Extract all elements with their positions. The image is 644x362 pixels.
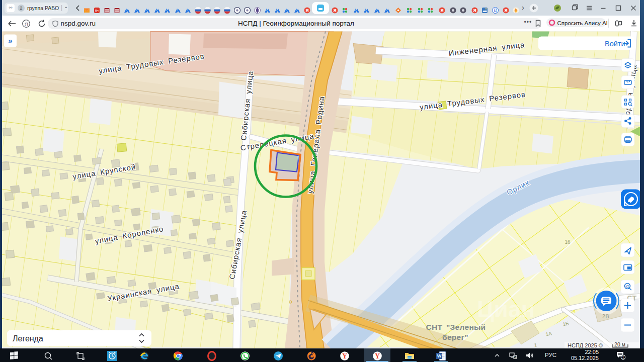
svg-text:Я: Я bbox=[504, 8, 507, 13]
svg-text:Y: Y bbox=[375, 352, 380, 360]
svg-text:1Б: 1Б bbox=[562, 320, 569, 327]
svg-text:СНТ "Зеленый: СНТ "Зеленый bbox=[426, 322, 486, 331]
svg-text:Я: Я bbox=[305, 8, 308, 13]
svg-text:Циан: Циан bbox=[477, 296, 535, 322]
svg-text:берег": берег" bbox=[442, 332, 468, 341]
svg-text:1А: 1А bbox=[545, 330, 552, 337]
svg-text:20 м: 20 м bbox=[614, 341, 625, 347]
svg-text:»: » bbox=[8, 36, 12, 45]
svg-text:Войти: Войти bbox=[605, 39, 625, 47]
svg-text:Я: Я bbox=[473, 8, 476, 13]
svg-text:Вч: Вч bbox=[95, 9, 99, 12]
svg-text:Я: Я bbox=[333, 8, 336, 13]
svg-text:Рус: Рус bbox=[513, 356, 517, 358]
svg-text:W: W bbox=[437, 353, 442, 358]
svg-text:Я: Я bbox=[440, 8, 443, 13]
svg-text:Легенда: Легенда bbox=[13, 334, 43, 342]
svg-text:НСПД 2025 ©: НСПД 2025 © bbox=[568, 342, 603, 348]
svg-text:16: 16 bbox=[565, 239, 571, 244]
svg-text:Я: Я bbox=[25, 21, 28, 27]
svg-text:@: @ bbox=[625, 284, 629, 289]
svg-text:1: 1 bbox=[622, 355, 624, 359]
svg-text:Ц: Ц bbox=[494, 8, 498, 13]
svg-text:Y: Y bbox=[342, 352, 347, 360]
